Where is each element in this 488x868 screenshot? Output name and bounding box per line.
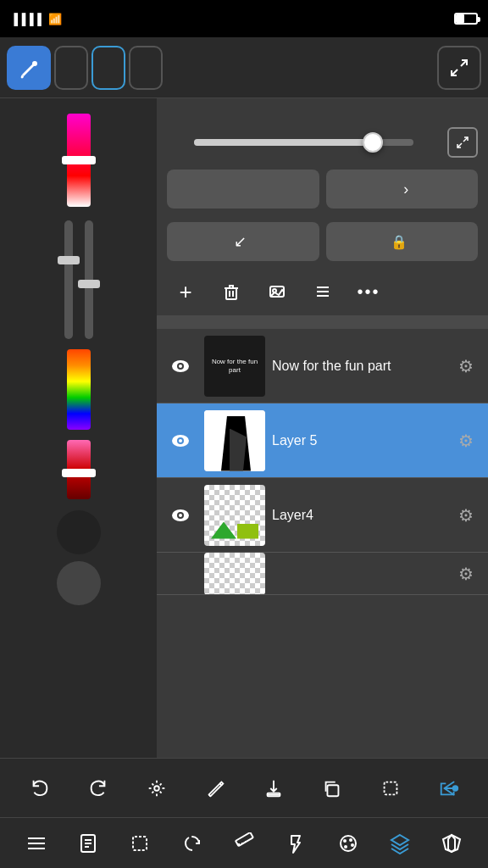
svg-point-20 xyxy=(452,786,458,791)
slider-handle-1[interactable] xyxy=(62,156,96,164)
v-slider-2[interactable] xyxy=(85,220,93,339)
svg-rect-19 xyxy=(384,782,396,794)
layer-settings-button[interactable]: ⚙ xyxy=(451,426,481,456)
main-content: › ↙ 🔒 + xyxy=(0,98,488,758)
pencil-tool-button[interactable] xyxy=(197,770,234,807)
v-slider-1[interactable] xyxy=(64,220,73,339)
layer-item[interactable]: Layer4 ⚙ xyxy=(157,478,488,553)
copy-button[interactable] xyxy=(313,770,351,807)
lock-button[interactable]: 🔒 xyxy=(326,222,479,261)
svg-rect-28 xyxy=(133,837,147,850)
clipping-button[interactable]: ↙ xyxy=(167,222,319,261)
layer-settings-button[interactable]: ⚙ xyxy=(451,559,481,589)
document-button[interactable] xyxy=(69,825,107,862)
opacity-row xyxy=(157,115,488,122)
reference-layer-button[interactable] xyxy=(258,273,296,310)
lock-icon: 🔒 xyxy=(391,234,408,250)
clipping-lock-row: ↙ 🔒 xyxy=(157,215,488,268)
transform-button[interactable] xyxy=(138,770,175,807)
protect-alpha-button[interactable] xyxy=(167,170,319,209)
yellow-green-shape xyxy=(237,524,258,539)
undo-button[interactable] xyxy=(21,770,58,807)
airbrush-button[interactable] xyxy=(92,46,125,90)
size-indicator xyxy=(57,510,101,554)
svg-rect-1 xyxy=(226,288,236,299)
status-right xyxy=(444,13,478,25)
layer-thumbnail xyxy=(204,553,265,595)
layer-actions-row: + xyxy=(157,268,488,315)
menu-button[interactable] xyxy=(18,825,55,862)
svg-point-15 xyxy=(179,514,182,517)
svg-point-37 xyxy=(344,845,347,849)
layers-button[interactable] xyxy=(381,825,419,862)
battery-icon xyxy=(454,13,478,25)
download-button[interactable] xyxy=(255,770,292,807)
layer5-art xyxy=(204,410,265,471)
slider-fill xyxy=(194,139,380,146)
color-strip-rainbow[interactable] xyxy=(67,349,91,430)
green-shape xyxy=(211,522,236,539)
selection-tool-button[interactable] xyxy=(372,770,409,807)
status-left: ▐▐▐▐ 📶 xyxy=(10,13,62,25)
add-layer-button[interactable]: + xyxy=(167,273,204,310)
layer-settings-button[interactable]: ⚙ xyxy=(451,500,481,531)
edit-button[interactable] xyxy=(129,46,163,90)
ruler-button[interactable] xyxy=(225,825,263,862)
expand-button[interactable] xyxy=(437,46,481,90)
svg-point-35 xyxy=(349,838,352,842)
svg-point-0 xyxy=(32,61,37,66)
flashlight-button[interactable] xyxy=(277,825,314,862)
v-slider-handle-1[interactable] xyxy=(58,256,80,264)
svg-point-36 xyxy=(351,843,354,847)
svg-point-9 xyxy=(179,364,182,368)
svg-rect-18 xyxy=(327,785,338,796)
rotate-button[interactable] xyxy=(174,825,211,862)
layer-name-label: Now for the fun part xyxy=(272,359,444,374)
layer-visibility-toggle[interactable] xyxy=(164,424,197,458)
v-slider-handle-2[interactable] xyxy=(78,280,100,288)
svg-point-34 xyxy=(343,839,347,843)
bottom-toolbar-2 xyxy=(0,817,488,868)
layer-name-label: Layer 5 xyxy=(272,433,444,448)
layer-visibility-toggle[interactable] xyxy=(164,498,197,532)
opacity-slider-track[interactable] xyxy=(194,139,413,146)
main-toolbar xyxy=(0,37,488,98)
brush-button[interactable] xyxy=(7,46,51,90)
layer-item[interactable]: ⚙ xyxy=(157,553,488,595)
opacity-indicator xyxy=(57,561,101,605)
share-button[interactable] xyxy=(430,770,468,807)
slider-expand-button[interactable] xyxy=(447,127,478,158)
clipping-icon: ↙ xyxy=(234,232,247,251)
more-options-button[interactable]: ••• xyxy=(350,273,387,310)
panel-title xyxy=(157,98,488,115)
layer-item[interactable]: Layer 5 ⚙ xyxy=(157,403,488,478)
svg-marker-39 xyxy=(448,835,455,852)
slider-handle-2[interactable] xyxy=(62,469,96,477)
layer-list: Now for the fun part Now for the fun par… xyxy=(157,329,488,758)
slider-thumb[interactable] xyxy=(363,132,383,153)
svg-point-33 xyxy=(341,836,356,851)
layer-thumbnail xyxy=(204,485,265,546)
blend-mode-button[interactable]: › xyxy=(326,170,479,209)
select-button[interactable] xyxy=(54,46,88,90)
layer-settings-button[interactable]: ⚙ xyxy=(451,351,481,381)
status-bar: ▐▐▐▐ 📶 xyxy=(0,0,488,37)
layer4-art xyxy=(204,485,265,546)
svg-marker-38 xyxy=(443,835,460,852)
svg-point-12 xyxy=(179,439,182,442)
svg-point-16 xyxy=(154,786,159,791)
globe-button[interactable] xyxy=(433,825,470,862)
layer-visibility-toggle[interactable] xyxy=(164,349,197,383)
redo-button[interactable] xyxy=(80,770,117,807)
layer-list-view-button[interactable] xyxy=(304,273,341,310)
layer-thumbnail xyxy=(204,410,265,471)
left-sidebar xyxy=(0,98,157,758)
layer-panel: › ↙ 🔒 + xyxy=(157,98,488,758)
layer-name-label: Layer4 xyxy=(272,508,444,523)
chevron-right-icon: › xyxy=(403,181,408,198)
palette-button[interactable] xyxy=(330,825,367,862)
delete-layer-button[interactable] xyxy=(213,273,250,310)
selection-mode-button[interactable] xyxy=(121,825,158,862)
layer-thumbnail: Now for the fun part xyxy=(204,336,265,397)
layer-item[interactable]: Now for the fun part Now for the fun par… xyxy=(157,329,488,403)
